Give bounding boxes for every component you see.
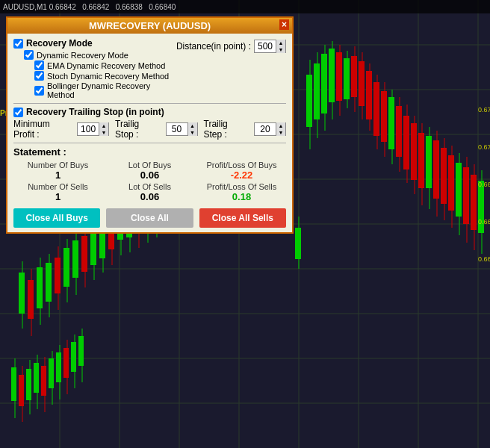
svg-rect-80 <box>72 240 78 278</box>
distance-up[interactable]: ▲ <box>276 40 285 46</box>
close-button[interactable]: × <box>279 19 289 30</box>
num-buys-cell: Number Of Buys 1 <box>13 161 102 181</box>
svg-rect-68 <box>19 273 25 314</box>
lot-buys-cell: Lot Of Buys 0.06 <box>105 161 194 181</box>
svg-rect-102 <box>19 375 24 406</box>
lot-buys-label: Lot Of Buys <box>105 161 194 169</box>
lot-buys-value: 0.06 <box>105 169 194 181</box>
svg-rect-72 <box>37 267 43 308</box>
trailing-step-up[interactable]: ▲ <box>276 122 285 129</box>
min-profit-up[interactable]: ▲ <box>99 122 108 129</box>
profit-sells-cell: Profit/Loss Of Sells 0.18 <box>197 182 286 202</box>
min-profit-label: Minimum Profit : <box>13 119 71 140</box>
svg-rect-42 <box>396 106 402 157</box>
trailing-stop-label2: Trailig Stop : <box>115 119 159 140</box>
svg-rect-76 <box>55 258 61 293</box>
svg-rect-108 <box>41 366 46 396</box>
min-profit-value: 100 <box>78 124 99 134</box>
svg-rect-34 <box>366 71 372 119</box>
close-all-sells-button[interactable]: Close All Sells <box>199 208 286 228</box>
min-profit-down[interactable]: ▼ <box>99 129 108 136</box>
lot-sells-value: 0.06 <box>105 191 194 202</box>
symbol-label: AUDUSD,M1 <box>3 3 47 11</box>
svg-rect-46 <box>411 123 417 180</box>
close-all-button[interactable]: Close All <box>106 208 193 228</box>
trailing-stop-checkbox[interactable] <box>13 108 23 117</box>
svg-rect-20 <box>314 63 320 119</box>
profit-buys-cell: Profit/Loss Of Buys -2.22 <box>197 161 286 181</box>
svg-text:0.667: 0.667 <box>478 255 490 263</box>
dynamic-recovery-checkbox[interactable] <box>24 50 34 60</box>
dialog-panel: MWRECOVERY (AUDUSD) × Recovery Mode Dyna… <box>6 16 294 234</box>
trailing-stop-down[interactable]: ▼ <box>188 129 197 136</box>
num-sells-cell: Number Of Sells 1 <box>13 182 102 202</box>
svg-rect-78 <box>63 248 69 287</box>
num-buys-value: 1 <box>13 169 102 181</box>
svg-rect-66 <box>295 228 301 259</box>
profit-sells-label: Profit/Loss Of Sells <box>197 182 286 191</box>
dialog-title: MWRECOVERY (AUDUSD) × <box>7 18 292 34</box>
svg-rect-54 <box>441 148 447 204</box>
recovery-mode-label[interactable]: Recovery Mode <box>13 38 93 49</box>
svg-rect-40 <box>388 97 394 149</box>
num-sells-value: 1 <box>13 191 102 202</box>
trailing-step-spinner[interactable]: 20 ▲ ▼ <box>254 122 286 136</box>
svg-rect-118 <box>78 336 84 366</box>
svg-rect-32 <box>359 61 365 106</box>
svg-rect-106 <box>34 363 39 393</box>
svg-rect-50 <box>426 136 432 188</box>
svg-text:0.670: 0.670 <box>478 143 490 151</box>
svg-rect-56 <box>448 155 454 211</box>
recovery-mode-checkbox[interactable] <box>13 39 23 49</box>
svg-rect-58 <box>456 163 462 217</box>
svg-text:0.668: 0.668 <box>478 218 490 225</box>
svg-rect-116 <box>71 342 76 372</box>
trailing-stop-spinner[interactable]: 50 ▲ ▼ <box>166 122 198 136</box>
trailing-stop-value: 50 <box>167 124 187 134</box>
close-all-buys-button[interactable]: Close All Buys <box>13 208 100 228</box>
svg-rect-28 <box>344 58 350 99</box>
svg-text:0.671: 0.671 <box>478 106 490 113</box>
svg-rect-60 <box>463 167 469 224</box>
min-profit-spinner[interactable]: 100 ▲ ▼ <box>77 122 109 136</box>
ema-checkbox[interactable] <box>34 60 44 70</box>
svg-rect-48 <box>418 133 424 188</box>
trailing-step-down[interactable]: ▼ <box>276 129 285 136</box>
statement-title: Statement : <box>13 146 286 158</box>
svg-rect-104 <box>26 369 31 400</box>
profit-buys-value: -2.22 <box>197 169 286 181</box>
lot-sells-cell: Lot Of Sells 0.06 <box>105 182 194 202</box>
distance-value: 500 <box>255 41 276 52</box>
svg-rect-44 <box>403 116 409 169</box>
svg-rect-114 <box>63 348 69 378</box>
trailing-step-value: 20 <box>255 124 276 134</box>
svg-rect-70 <box>28 280 34 319</box>
trailing-stop-up[interactable]: ▲ <box>188 122 197 129</box>
svg-rect-84 <box>90 229 96 265</box>
svg-rect-112 <box>56 352 61 382</box>
button-row: Close All Buys Close All Close All Sells <box>13 208 286 228</box>
stoch-checkbox[interactable] <box>34 71 44 81</box>
dialog-body: Recovery Mode Dynamic Recovery Mode EMA … <box>7 34 292 232</box>
trailing-step-label: Trailig Step : <box>204 119 248 140</box>
top-bar: AUDUSD,M1 0.66842 0.66842 0.66838 0.6684… <box>0 0 490 13</box>
svg-rect-82 <box>81 236 87 272</box>
distance-spinner[interactable]: 500 ▲ ▼ <box>254 40 286 53</box>
svg-rect-26 <box>336 52 342 101</box>
bollinger-checkbox[interactable] <box>34 86 44 96</box>
distance-label: Distance(in point) : <box>176 41 251 52</box>
svg-rect-100 <box>11 367 16 401</box>
svg-rect-30 <box>351 56 357 97</box>
trailing-stop-label[interactable]: Recovery Trailing Stop (in point) <box>13 107 164 117</box>
lot-sells-label: Lot Of Sells <box>105 182 194 191</box>
price-display: 0.66842 0.66842 0.66838 0.66840 <box>49 3 176 11</box>
svg-rect-22 <box>321 54 327 113</box>
svg-rect-18 <box>306 75 312 127</box>
svg-rect-36 <box>373 82 379 136</box>
svg-rect-62 <box>471 175 477 230</box>
svg-rect-24 <box>329 49 335 102</box>
svg-rect-52 <box>433 140 439 199</box>
distance-down[interactable]: ▼ <box>276 46 285 53</box>
num-buys-label: Number Of Buys <box>13 161 102 169</box>
svg-rect-110 <box>49 358 54 388</box>
